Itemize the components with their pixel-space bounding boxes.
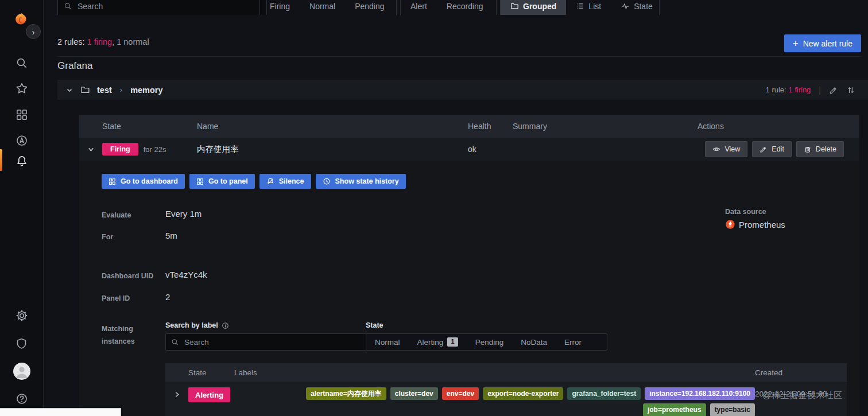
instance-filter-nodata[interactable]: NoData bbox=[512, 334, 556, 350]
instance-filter-normal[interactable]: Normal bbox=[366, 334, 409, 350]
grafana-alert-rules-page: › Firing Normal Pending Alert Recording … bbox=[0, 0, 868, 416]
silence-button[interactable]: Silence bbox=[259, 174, 311, 189]
sidebar-item-explore[interactable] bbox=[0, 131, 43, 150]
label-chip[interactable]: export=node-exporter bbox=[483, 387, 563, 400]
search-icon bbox=[64, 2, 72, 10]
reorder-group-button[interactable] bbox=[846, 85, 855, 95]
label-chip[interactable]: grafana_folder=test bbox=[567, 387, 641, 400]
rule-group-row[interactable]: test › memory 1 rule: 1 firing | bbox=[57, 80, 868, 100]
sidebar-item-server-admin[interactable] bbox=[0, 333, 43, 353]
filter-alert[interactable]: Alert bbox=[401, 0, 437, 15]
state-filter-group: Firing Normal Pending bbox=[259, 0, 397, 15]
list-icon bbox=[576, 2, 584, 10]
label-chip[interactable]: type=basic bbox=[710, 403, 755, 416]
delete-button[interactable]: Delete bbox=[796, 141, 844, 157]
sidebar-item-configuration[interactable] bbox=[0, 306, 43, 325]
instance-state-label: State bbox=[366, 321, 383, 329]
panel-id-label: Panel ID bbox=[102, 294, 130, 302]
view-button[interactable]: View bbox=[705, 141, 747, 157]
sidebar-item-alerting[interactable] bbox=[0, 150, 43, 172]
instances-table: State Labels Created Alerting alertname=… bbox=[165, 363, 847, 416]
go-to-dashboard-button[interactable]: Go to dashboard bbox=[102, 174, 185, 189]
delete-button-label: Delete bbox=[816, 145, 836, 153]
filter-firing[interactable]: Firing bbox=[260, 0, 300, 15]
pencil-icon bbox=[829, 85, 838, 95]
rules-summary-separator: , bbox=[112, 37, 117, 46]
label-chip[interactable]: instance=192.168.182.110:9100 bbox=[645, 387, 755, 400]
column-header-summary: Summary bbox=[513, 122, 698, 131]
view-mode-state[interactable]: State bbox=[611, 0, 662, 15]
instance-filter-alerting[interactable]: Alerting 1 bbox=[409, 334, 467, 350]
browser-status-tooltip bbox=[0, 408, 121, 416]
expand-instance-button[interactable] bbox=[165, 382, 188, 399]
bell-slash-icon bbox=[266, 177, 274, 185]
sidebar-item-profile[interactable] bbox=[0, 360, 43, 382]
rule-name[interactable]: 内存使用率 bbox=[197, 144, 468, 155]
view-mode-grouped-label: Grouped bbox=[523, 2, 556, 11]
dashboard-uid-label: Dashboard UID bbox=[102, 272, 153, 280]
rule-row: Firing for 22s 内存使用率 ok View Edit bbox=[79, 138, 859, 161]
person-icon bbox=[13, 363, 30, 380]
edit-button[interactable]: Edit bbox=[752, 141, 792, 157]
filter-recording[interactable]: Recording bbox=[437, 0, 493, 15]
namespace-title: Grafana bbox=[57, 60, 92, 72]
apps-icon bbox=[108, 178, 116, 185]
new-alert-rule-button[interactable]: + New alert rule bbox=[784, 34, 861, 52]
column-header-state: State bbox=[102, 122, 197, 131]
info-icon bbox=[222, 322, 229, 329]
instance-state-filter: Normal Alerting 1 Pending NoData Error bbox=[366, 333, 607, 351]
for-value: 5m bbox=[165, 231, 177, 240]
filter-normal[interactable]: Normal bbox=[300, 0, 345, 15]
label-chip[interactable]: env=dev bbox=[442, 387, 479, 400]
shield-icon bbox=[16, 337, 28, 349]
rule-for-duration: for 22s bbox=[144, 145, 166, 154]
sidebar bbox=[0, 0, 44, 416]
breadcrumb-separator: › bbox=[119, 85, 123, 94]
view-mode-list[interactable]: List bbox=[566, 0, 611, 15]
avatar bbox=[13, 363, 30, 380]
folder-icon bbox=[510, 2, 519, 10]
rules-summary: 2 rules: 1 firing, 1 normal bbox=[57, 37, 149, 46]
edit-group-button[interactable] bbox=[829, 85, 838, 95]
search-icon bbox=[171, 338, 179, 346]
sidebar-expand-button[interactable]: › bbox=[26, 24, 41, 39]
grafana-flame-icon bbox=[14, 12, 30, 28]
alerting-bell-icon bbox=[16, 155, 28, 168]
sidebar-item-starred[interactable] bbox=[0, 79, 43, 98]
label-chip[interactable]: cluster=dev bbox=[390, 387, 438, 400]
show-state-history-button[interactable]: Show state history bbox=[316, 174, 406, 189]
show-state-history-label: Show state history bbox=[335, 177, 399, 185]
column-header-health: Health bbox=[468, 122, 513, 131]
instance-state-badge: Alerting bbox=[188, 387, 230, 402]
label-search-box[interactable] bbox=[165, 333, 372, 351]
pencil-icon bbox=[760, 145, 768, 153]
explore-compass-icon bbox=[16, 134, 28, 147]
group-rule-count-prefix: 1 rule: bbox=[766, 85, 789, 94]
new-alert-rule-label: New alert rule bbox=[803, 39, 852, 48]
instance-row: Alerting alertname=内存使用率 cluster=dev env… bbox=[165, 382, 847, 416]
go-to-panel-button[interactable]: Go to panel bbox=[189, 174, 255, 189]
sidebar-item-help[interactable] bbox=[0, 389, 43, 409]
rules-summary-normal: 1 normal bbox=[117, 37, 149, 46]
sidebar-item-search[interactable] bbox=[0, 53, 43, 72]
alerts-filter-toolbar: Firing Normal Pending Alert Recording Gr… bbox=[43, 0, 868, 15]
filter-pending[interactable]: Pending bbox=[345, 0, 394, 15]
instance-filter-pending[interactable]: Pending bbox=[467, 334, 513, 350]
view-mode-grouped[interactable]: Grouped bbox=[501, 0, 566, 15]
rule-actions: View Edit Delete bbox=[698, 141, 859, 157]
sidebar-item-dashboards[interactable] bbox=[0, 105, 43, 125]
rules-search-box[interactable] bbox=[57, 0, 267, 15]
pulse-icon bbox=[621, 2, 630, 11]
prometheus-icon bbox=[725, 219, 735, 230]
rules-search-input[interactable] bbox=[76, 1, 261, 11]
instance-filter-error[interactable]: Error bbox=[556, 334, 590, 350]
label-search-input[interactable] bbox=[183, 337, 366, 347]
rules-summary-firing: 1 firing bbox=[87, 37, 113, 46]
label-chip[interactable]: job=prometheus bbox=[643, 403, 706, 416]
chevron-right-icon: › bbox=[32, 28, 35, 36]
view-mode-list-label: List bbox=[588, 2, 601, 11]
alerting-count-badge: 1 bbox=[447, 337, 458, 347]
collapse-rule-button[interactable] bbox=[79, 145, 102, 154]
label-chip[interactable]: alertname=内存使用率 bbox=[306, 387, 386, 400]
group-name: memory bbox=[130, 85, 162, 95]
